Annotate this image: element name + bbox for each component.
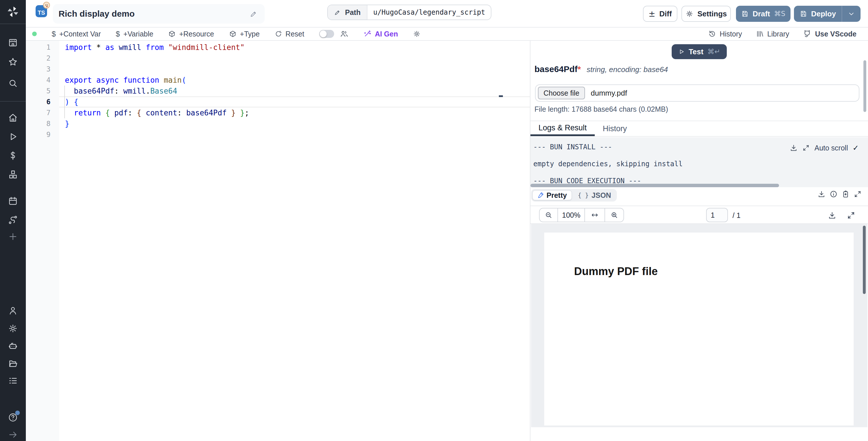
- draft-shortcut: ⌘S: [774, 10, 785, 18]
- panel-tabs: Logs & Result History: [530, 121, 868, 137]
- editor-settings-button[interactable]: [413, 30, 421, 38]
- history-button[interactable]: History: [708, 30, 742, 38]
- gear-icon: [8, 323, 18, 334]
- add-type-button[interactable]: +Type: [229, 30, 260, 38]
- code-line[interactable]: [65, 129, 249, 140]
- sidebar-item-schedules[interactable]: [8, 196, 18, 206]
- expand-icon[interactable]: [854, 190, 862, 198]
- line-number: 6: [26, 96, 51, 107]
- editor-toolbar: $+Context Var $+Variable +Resource +Type…: [26, 28, 868, 41]
- sidebar-item-search[interactable]: [8, 78, 18, 88]
- log-horizontal-scrollbar[interactable]: [530, 184, 779, 187]
- auto-scroll-label[interactable]: Auto scroll: [814, 144, 848, 152]
- clipboard-icon[interactable]: [842, 190, 849, 198]
- gear-icon: [413, 30, 421, 38]
- line-number: 9: [26, 129, 51, 140]
- use-vscode-button[interactable]: Use VScode: [803, 30, 857, 38]
- add-variable-button[interactable]: $+Variable: [116, 30, 153, 38]
- library-button[interactable]: Library: [756, 30, 789, 38]
- deploy-button[interactable]: Deploy: [794, 6, 861, 22]
- pdf-scrollbar[interactable]: [863, 226, 866, 294]
- sidebar-item-add[interactable]: [8, 231, 18, 242]
- script-summary-field[interactable]: Rich display demo: [53, 4, 265, 24]
- add-context-var-label: +Context Var: [59, 30, 101, 38]
- download-icon[interactable]: [828, 211, 836, 219]
- settings-button[interactable]: Settings: [681, 6, 731, 22]
- code-line[interactable]: ) {: [65, 96, 249, 107]
- code-editor[interactable]: 123456789 import * as wmill from "windmi…: [26, 41, 530, 441]
- use-vscode-label: Use VScode: [815, 30, 857, 38]
- library-label: Library: [767, 30, 789, 38]
- ai-gen-button[interactable]: AI Gen: [363, 30, 398, 38]
- panel-scrollbar[interactable]: [863, 60, 866, 112]
- json-tab[interactable]: { } JSON: [573, 190, 616, 200]
- windmill-logo[interactable]: [0, 0, 26, 24]
- test-button-label: Test: [689, 48, 704, 56]
- sidebar-item-settings[interactable]: [8, 323, 18, 334]
- sidebar-item-workers[interactable]: [8, 341, 18, 351]
- code-line[interactable]: return { pdf: { content: base64Pdf } };: [65, 107, 249, 118]
- package-icon: [168, 30, 176, 38]
- code-line[interactable]: [65, 64, 249, 75]
- path-label-segment[interactable]: Path: [328, 5, 367, 20]
- line-number: 8: [26, 118, 51, 129]
- sidebar-item-flows[interactable]: [8, 215, 18, 225]
- code-line[interactable]: base64Pdf: wmill.Base64: [65, 86, 249, 96]
- download-icon[interactable]: [789, 144, 798, 152]
- line-numbers: 123456789: [26, 42, 51, 140]
- sidebar-item-resources[interactable]: [8, 169, 18, 180]
- pretty-tab[interactable]: Pretty: [532, 190, 572, 200]
- log-pane[interactable]: --- BUN INSTALL ---empty dependencies, s…: [530, 137, 868, 187]
- sidebar-item-users[interactable]: [8, 305, 18, 316]
- settings-button-label: Settings: [698, 9, 727, 18]
- tab-logs-result[interactable]: Logs & Result: [530, 121, 595, 136]
- pdf-page: Dummy PDF file: [544, 233, 854, 425]
- deploy-status-dot: [32, 32, 37, 36]
- diff-button[interactable]: ± Diff: [643, 6, 677, 22]
- dollar-icon: $: [52, 30, 56, 38]
- deploy-main[interactable]: Deploy: [794, 9, 842, 18]
- choose-file-button[interactable]: Choose file: [538, 87, 585, 99]
- sidebar-item-help[interactable]: [8, 412, 18, 423]
- deploy-dropdown[interactable]: [842, 10, 861, 18]
- fit-width-button[interactable]: [584, 208, 604, 222]
- pdf-viewer[interactable]: Dummy PDF file: [531, 224, 867, 427]
- zoom-in-button[interactable]: [604, 208, 623, 222]
- result-actions: [817, 190, 862, 198]
- collab-toggle[interactable]: [319, 30, 334, 38]
- sidebar-item-audit-logs[interactable]: [8, 376, 18, 386]
- edit-pencil-icon: [334, 9, 341, 16]
- page-number-input[interactable]: 1: [706, 208, 728, 222]
- sidebar-item-runs[interactable]: [8, 131, 18, 142]
- sidebar-item-workspace[interactable]: [8, 37, 18, 48]
- result-view-switch: Pretty { } JSON: [531, 189, 617, 202]
- reset-button[interactable]: Reset: [275, 30, 304, 38]
- sidebar-item-variables[interactable]: [8, 150, 18, 161]
- sidebar-item-collapse[interactable]: [8, 430, 18, 440]
- sidebar-item-folders[interactable]: [8, 358, 18, 369]
- file-input[interactable]: Choose file dummy.pdf: [535, 84, 859, 101]
- diff-button-label: Diff: [659, 9, 672, 18]
- code-line[interactable]: import * as wmill from "windmill-client": [65, 42, 249, 53]
- info-circle-icon[interactable]: [830, 190, 838, 198]
- tab-history[interactable]: History: [595, 121, 635, 136]
- people-icon[interactable]: [340, 30, 348, 38]
- code-content[interactable]: import * as wmill from "windmill-client"…: [65, 42, 249, 140]
- add-resource-button[interactable]: +Resource: [168, 30, 214, 38]
- sidebar-item-favorites[interactable]: [8, 57, 18, 67]
- zoom-out-button[interactable]: [539, 208, 557, 222]
- code-line[interactable]: export async function main(: [65, 75, 249, 86]
- path-editor[interactable]: Path u/HugoCasa/legendary_script: [327, 5, 491, 20]
- code-line[interactable]: [65, 53, 249, 64]
- code-line[interactable]: }: [65, 118, 249, 129]
- test-button[interactable]: Test ⌘↵: [672, 44, 727, 59]
- add-context-var-button[interactable]: $+Context Var: [52, 30, 101, 38]
- download-icon[interactable]: [817, 190, 826, 198]
- sidebar-item-home[interactable]: [8, 113, 18, 123]
- search-icon: [8, 78, 18, 88]
- draft-button[interactable]: Draft ⌘S: [736, 6, 790, 22]
- folder-open-icon: [8, 358, 18, 369]
- fullscreen-icon[interactable]: [847, 211, 856, 219]
- edit-pencil-icon[interactable]: [250, 10, 258, 18]
- expand-icon[interactable]: [802, 144, 810, 152]
